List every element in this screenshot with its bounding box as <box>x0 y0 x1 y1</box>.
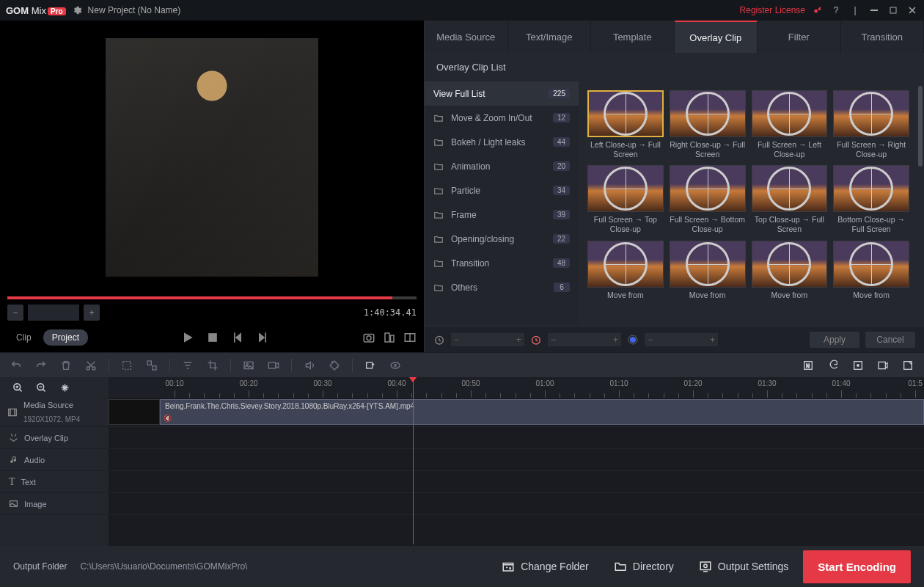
track-head-text[interactable]: TText <box>0 471 109 493</box>
directory-button[interactable]: Directory <box>604 554 684 579</box>
marker-icon[interactable] <box>388 358 403 373</box>
record-slider[interactable]: −+ <box>645 333 718 346</box>
delete-icon[interactable] <box>59 358 73 373</box>
fit-icon[interactable] <box>57 380 72 395</box>
stepper-minus[interactable]: − <box>7 305 23 321</box>
category-particle[interactable]: Particle34 <box>425 178 579 203</box>
cancel-button[interactable]: Cancel <box>865 332 915 348</box>
image-tool-icon[interactable] <box>241 358 256 373</box>
close-icon[interactable] <box>906 4 918 16</box>
audio-tool-icon[interactable] <box>302 358 317 373</box>
tab-overlay-clip[interactable]: Overlay Clip <box>675 21 758 53</box>
maximize-icon[interactable] <box>887 4 899 16</box>
next-frame-icon[interactable] <box>255 330 270 345</box>
stop-icon[interactable] <box>205 330 220 345</box>
register-license-link[interactable]: Register License <box>740 5 805 15</box>
minimize-icon[interactable] <box>868 4 880 16</box>
duration-slider[interactable]: −+ <box>548 333 621 346</box>
overlay-card[interactable]: Move from <box>587 241 664 300</box>
category-move-zoom-in-out[interactable]: Move & Zoom In/Out12 <box>425 106 579 130</box>
overlay-card[interactable]: Bottom Close-up → Full Screen <box>833 165 909 234</box>
output-settings-button[interactable]: Output Settings <box>689 554 799 579</box>
filter-icon[interactable] <box>180 358 195 373</box>
mute-icon[interactable]: 🔇 <box>164 415 172 422</box>
crop-icon[interactable] <box>205 358 220 373</box>
category-bokeh-light-leaks[interactable]: Bokeh / Light leaks44 <box>425 130 579 154</box>
track-head-media[interactable]: Media Source 1920X1072, MP4 <box>0 398 109 427</box>
play-icon[interactable] <box>180 330 195 345</box>
svg-point-23 <box>395 364 397 366</box>
svg-rect-3 <box>208 333 217 342</box>
stepper-plus[interactable]: + <box>84 305 100 321</box>
tool-r2-icon[interactable] <box>826 358 840 373</box>
cut-icon[interactable] <box>84 358 98 373</box>
category-animation[interactable]: Animation20 <box>425 154 579 178</box>
mode-project[interactable]: Project <box>43 329 88 346</box>
category-frame[interactable]: Frame39 <box>425 203 579 227</box>
tab-media-source[interactable]: Media Source <box>425 21 508 53</box>
overlay-card[interactable]: Move from <box>833 241 909 300</box>
category-others[interactable]: Others6 <box>425 275 579 299</box>
text-lane[interactable] <box>109 471 924 493</box>
track-head-audio[interactable]: Audio <box>0 449 109 471</box>
tab-template[interactable]: Template <box>591 21 675 53</box>
category-transition[interactable]: Transition48 <box>425 251 579 275</box>
output-size-icon[interactable] <box>383 331 396 344</box>
stepper-input[interactable] <box>28 305 79 321</box>
overlay-card[interactable]: Full Screen → Top Close-up <box>587 165 664 234</box>
start-time-slider[interactable]: −+ <box>451 333 524 346</box>
tab-filter[interactable]: Filter <box>758 21 841 53</box>
video-preview[interactable] <box>7 21 417 294</box>
tab-text-image[interactable]: Text/Image <box>508 21 592 53</box>
svg-rect-7 <box>391 335 395 342</box>
group-icon[interactable] <box>144 358 159 373</box>
media-clip[interactable]: Being.Frank.The.Chris.Sievey.Story.2018.… <box>160 399 924 425</box>
key-icon[interactable] <box>813 5 823 15</box>
mode-clip[interactable]: Clip <box>7 329 40 346</box>
scrub-bar[interactable] <box>7 296 417 299</box>
overlay-card[interactable]: Full Screen → Bottom Close-up <box>670 165 746 234</box>
screenshot-icon[interactable] <box>362 331 375 344</box>
help-icon[interactable]: ? <box>830 4 842 16</box>
timeline-ruler[interactable]: 00:1000:2000:3000:4000:5001:0001:1001:20… <box>109 377 924 398</box>
svg-rect-20 <box>268 362 275 368</box>
overlay-card[interactable]: Full Screen → Right Close-up <box>833 90 909 159</box>
tool-r1-icon[interactable]: N <box>801 358 815 373</box>
select-icon[interactable] <box>120 358 134 373</box>
overlay-card[interactable]: Move from <box>670 241 746 300</box>
overlay-card[interactable]: Left Close-up → Full Screen <box>587 90 664 159</box>
zoom-in-icon[interactable] <box>10 380 25 395</box>
tool-r5-icon[interactable] <box>901 358 915 373</box>
track-head-overlay[interactable]: Overlay Clip <box>0 427 109 449</box>
track-head-image[interactable]: Image <box>0 493 109 515</box>
scrollbar[interactable] <box>918 81 923 326</box>
overlay-card[interactable]: Right Close-up → Full Screen <box>670 90 746 159</box>
overlay-card[interactable]: Move from <box>752 241 828 300</box>
zoom-out-icon[interactable] <box>34 380 48 395</box>
audio-lane[interactable] <box>109 449 924 471</box>
clip-thumb[interactable] <box>109 399 160 425</box>
category-view-full-list[interactable]: View Full List225 <box>425 81 579 106</box>
apply-button[interactable]: Apply <box>810 332 859 348</box>
redo-icon[interactable] <box>34 358 48 373</box>
overlay-card[interactable]: Full Screen → Left Close-up <box>752 90 828 159</box>
undo-icon[interactable] <box>9 358 23 373</box>
tool-r3-icon[interactable] <box>851 358 865 373</box>
svg-point-0 <box>814 10 818 13</box>
gear-icon[interactable] <box>72 5 82 15</box>
start-encoding-button[interactable]: Start Encoding <box>803 550 911 583</box>
tool-r4-icon[interactable] <box>876 358 890 373</box>
category-opening-closing[interactable]: Opening/closing22 <box>425 227 579 251</box>
image-lane[interactable] <box>109 493 924 515</box>
tab-transition[interactable]: Transition <box>841 21 925 53</box>
aspect-icon[interactable] <box>403 331 417 344</box>
svg-rect-35 <box>700 562 711 570</box>
media-lane[interactable]: Being.Frank.The.Chris.Sievey.Story.2018.… <box>109 398 924 427</box>
prev-frame-icon[interactable] <box>230 330 245 345</box>
change-folder-button[interactable]: Change Folder <box>491 554 599 579</box>
overlay-lane[interactable] <box>109 427 924 449</box>
video-tool-icon[interactable] <box>266 358 281 373</box>
snap-icon[interactable] <box>363 358 378 373</box>
overlay-card[interactable]: Top Close-up → Full Screen <box>752 165 828 234</box>
effects-tool-icon[interactable] <box>327 358 342 373</box>
